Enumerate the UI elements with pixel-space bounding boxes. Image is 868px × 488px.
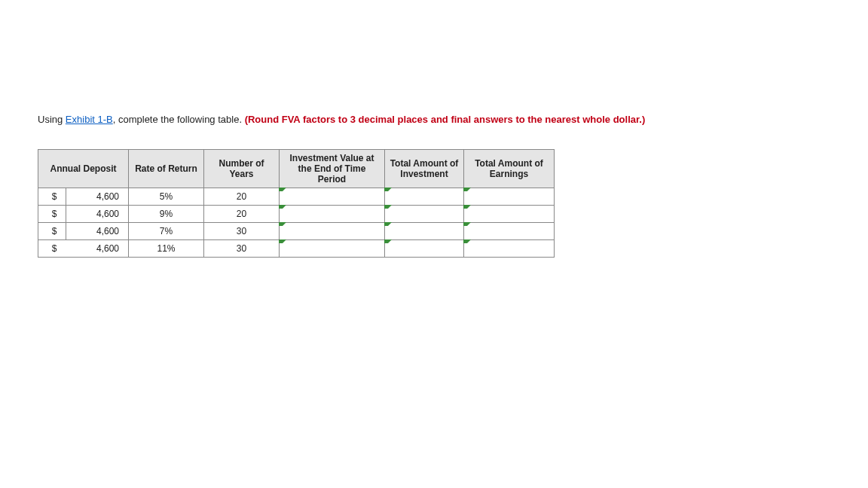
annual-deposit-value: 4,600 [66,188,124,205]
instruction-prefix: Using [38,114,66,125]
total-investment-input[interactable] [385,223,464,240]
instruction-mid: , complete the following table. [113,114,245,125]
investment-value-input[interactable] [280,223,385,240]
number-of-years-value: 30 [204,223,280,240]
table-row: $ 4,600 9% 20 [38,206,555,223]
annual-deposit-value: 4,600 [66,223,124,239]
table-row: $ 4,600 11% 30 [38,240,555,258]
rate-of-return-value: 9% [129,206,204,223]
header-number-of-years: Number of Years [204,150,280,188]
instruction-text: Using Exhibit 1-B, complete the followin… [38,113,830,127]
total-earnings-input[interactable] [464,240,555,258]
annual-deposit-value: 4,600 [66,240,124,257]
currency-sign: $ [43,188,66,205]
rate-of-return-value: 5% [129,188,204,206]
header-total-investment: Total Amount of Investment [385,150,464,188]
table-row: $ 4,600 7% 30 [38,223,555,240]
fva-table: Annual Deposit Rate of Return Number of … [38,149,555,258]
number-of-years-value: 20 [204,206,280,223]
header-annual-deposit: Annual Deposit [38,150,129,188]
instruction-bold: (Round FVA factors to 3 decimal places a… [245,114,646,125]
investment-value-input[interactable] [280,206,385,223]
investment-value-input[interactable] [280,188,385,206]
table-row: $ 4,600 5% 20 [38,188,555,206]
exhibit-link[interactable]: Exhibit 1-B [66,114,113,125]
header-rate-of-return: Rate of Return [129,150,204,188]
header-investment-value: Investment Value at the End of Time Peri… [280,150,385,188]
total-investment-input[interactable] [385,188,464,206]
rate-of-return-value: 11% [129,240,204,258]
total-earnings-input[interactable] [464,206,555,223]
currency-sign: $ [43,223,66,239]
total-investment-input[interactable] [385,206,464,223]
total-earnings-input[interactable] [464,223,555,240]
total-earnings-input[interactable] [464,188,555,206]
investment-value-input[interactable] [280,240,385,258]
total-investment-input[interactable] [385,240,464,258]
currency-sign: $ [43,240,66,257]
rate-of-return-value: 7% [129,223,204,240]
number-of-years-value: 30 [204,240,280,258]
header-total-earnings: Total Amount of Earnings [464,150,555,188]
annual-deposit-value: 4,600 [66,206,124,222]
number-of-years-value: 20 [204,188,280,206]
currency-sign: $ [43,206,66,222]
